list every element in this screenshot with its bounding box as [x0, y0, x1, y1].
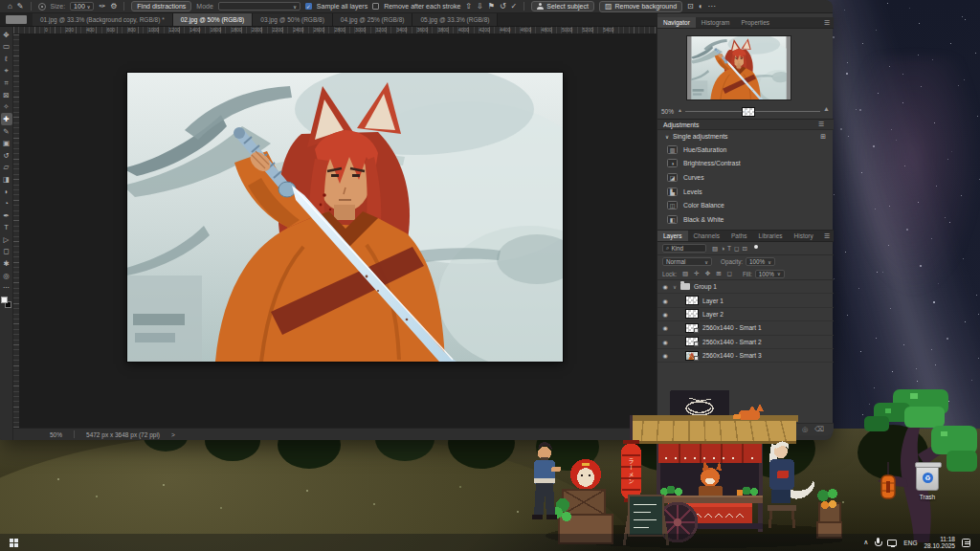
document-tab[interactable]: 03.jpg @ 50% (RGB/8): [253, 13, 333, 26]
gradient-tool-icon[interactable]: ◨: [1, 173, 12, 186]
adjustment-item[interactable]: ▙Levels: [657, 185, 834, 199]
foreground-color-swatch[interactable]: [1, 297, 8, 303]
zoom-in-mountain-icon[interactable]: ▲: [823, 105, 830, 112]
marquee-tool-icon[interactable]: ▭: [1, 41, 12, 54]
notification-center-icon[interactable]: [962, 539, 970, 547]
microphone-icon[interactable]: [875, 538, 880, 547]
remove-after-stroke-checkbox[interactable]: [372, 3, 379, 10]
document-tab[interactable]: 04.jpg @ 25% (RGB/8): [333, 13, 413, 26]
document-image[interactable]: [127, 73, 563, 362]
flag-icon[interactable]: ⚑: [488, 3, 495, 11]
status-zoom[interactable]: 50%: [50, 431, 62, 438]
dodge-tool-icon[interactable]: ◔: [1, 197, 12, 209]
lock-pixels-icon[interactable]: ✛: [694, 270, 699, 277]
commit-check-icon[interactable]: ✓: [511, 3, 518, 11]
document-tab[interactable]: 02.jpg @ 50% (RGB/8): [173, 13, 254, 26]
layer-thumbnail[interactable]: [685, 296, 699, 305]
visibility-eye-icon[interactable]: ◉: [661, 311, 669, 318]
select-subject-button[interactable]: Select subject: [531, 1, 594, 11]
color-swatches[interactable]: [1, 297, 12, 310]
start-button[interactable]: [10, 539, 18, 547]
more-options-icon[interactable]: ⋯: [708, 3, 716, 11]
visibility-eye-icon[interactable]: ◉: [661, 339, 669, 345]
layer-thumbnail[interactable]: [685, 351, 699, 361]
layer-search-input[interactable]: ⌕Kind: [662, 244, 706, 253]
language-indicator[interactable]: ENG: [903, 540, 917, 546]
filter-adjustment-icon[interactable]: ◑: [721, 245, 724, 252]
crop-tool-icon[interactable]: ⌗: [1, 77, 12, 89]
adjustment-item[interactable]: ◫Color Balance: [657, 198, 834, 212]
navigator-zoom-slider[interactable]: ▲ ▲ ▲: [678, 106, 830, 116]
layer-row[interactable]: ◉2560x1440 - Smart 3: [657, 349, 834, 363]
navigator-thumbnail[interactable]: [686, 35, 791, 100]
type-tool-icon[interactable]: T: [1, 222, 12, 234]
brush-size-preview-icon[interactable]: [38, 3, 46, 11]
home-icon[interactable]: ⌂: [8, 3, 12, 11]
reset-icon[interactable]: ↺: [500, 3, 506, 11]
visibility-eye-icon[interactable]: ◉: [661, 352, 669, 359]
pen-tool-icon[interactable]: ✒: [1, 209, 12, 222]
opacity-field[interactable]: 100%∨: [746, 257, 775, 266]
mode-dropdown[interactable]: ∨: [218, 2, 301, 11]
panel-menu-icon[interactable]: ☰: [820, 17, 834, 28]
adjustment-item[interactable]: ◧Black & White: [657, 212, 834, 227]
thumbs-down-icon[interactable]: ⇩: [477, 3, 483, 11]
layer-row[interactable]: ◉Layer 1: [657, 294, 834, 307]
hand-tool-icon[interactable]: ✱: [1, 257, 12, 270]
status-expand-arrow[interactable]: >: [171, 431, 175, 438]
path-selection-tool-icon[interactable]: ▷: [1, 233, 12, 246]
object-selection-tool-icon[interactable]: ⌖: [1, 65, 12, 77]
gear-icon[interactable]: ⚙: [110, 3, 117, 11]
clock[interactable]: 11:18 28.10.2025: [924, 536, 955, 550]
filter-type-icon[interactable]: T: [727, 245, 731, 252]
layer-thumbnail[interactable]: [685, 323, 699, 333]
filter-pixel-icon[interactable]: ▨: [712, 245, 718, 253]
group-chevron-icon[interactable]: ∨: [673, 284, 677, 290]
contrast-icon[interactable]: ◐: [699, 3, 703, 11]
frame-tool-icon[interactable]: ⊠: [1, 89, 12, 101]
lasso-tool-icon[interactable]: ℓ: [1, 53, 12, 65]
adjustment-item[interactable]: ◑Brightness/Contrast: [657, 157, 834, 171]
panel-tab-paths[interactable]: Paths: [725, 231, 753, 241]
tray-chevron-icon[interactable]: ∧: [863, 539, 868, 546]
layer-row[interactable]: ◉Layer 2: [657, 308, 834, 321]
panel-tab-libraries[interactable]: Libraries: [753, 231, 789, 241]
lock-transparency-icon[interactable]: ▨: [682, 270, 688, 277]
sample-all-layers-checkbox[interactable]: ✓: [305, 3, 312, 10]
thumbs-up-icon[interactable]: ⇧: [465, 3, 472, 11]
crop-preview-icon[interactable]: ⊡: [687, 3, 694, 11]
history-brush-tool-icon[interactable]: ↺: [1, 149, 12, 162]
panel-tab-history[interactable]: History: [789, 231, 819, 241]
filter-smart-object-icon[interactable]: ⊡: [742, 245, 746, 253]
brush-settings-icon[interactable]: ✑: [99, 3, 105, 11]
lock-all-icon[interactable]: ◻: [727, 270, 732, 277]
layer-row[interactable]: ◉2560x1440 - Smart 1: [657, 321, 834, 335]
panel-tab-properties[interactable]: Properties: [735, 17, 775, 28]
filter-shape-icon[interactable]: ◻: [734, 245, 739, 253]
zoom-slider-thumb[interactable]: ▲: [742, 107, 755, 117]
trash-shortcut[interactable]: ♻ Trash: [898, 464, 957, 508]
eraser-tool-icon[interactable]: ▱: [1, 162, 12, 174]
panel-menu-icon[interactable]: ☰: [820, 231, 834, 241]
size-dropdown[interactable]: 100∨: [70, 2, 94, 11]
zoom-tool-icon[interactable]: ◎: [1, 270, 12, 282]
move-tool-icon[interactable]: ✥: [1, 29, 12, 41]
panel-tab-channels[interactable]: Channels: [688, 231, 725, 241]
layer-thumbnail[interactable]: [685, 309, 699, 319]
lock-position-icon[interactable]: ✥: [705, 270, 710, 277]
layer-row[interactable]: ◉∨Group 1: [657, 280, 834, 294]
edit-toolbar-icon[interactable]: ⋯: [1, 281, 12, 294]
zoom-out-mountain-icon[interactable]: ▲: [678, 107, 682, 113]
find-distractions-button[interactable]: Find distractions: [131, 1, 191, 11]
visibility-eye-icon[interactable]: ◉: [661, 324, 669, 331]
clone-stamp-tool-icon[interactable]: ▣: [1, 137, 12, 149]
lock-artboard-icon[interactable]: ⊞: [716, 270, 721, 277]
chevron-down-icon[interactable]: ∨: [665, 134, 669, 140]
blend-mode-dropdown[interactable]: Normal∨: [662, 257, 712, 266]
adjustment-item[interactable]: ▥Hue/Saturation: [657, 143, 834, 157]
layer-thumbnail[interactable]: [685, 337, 699, 346]
canvas-pasteboard[interactable]: [20, 34, 657, 428]
document-tab[interactable]: 01.jpg @ 33.3% (Background copy, RGB/8) …: [33, 13, 173, 26]
display-icon[interactable]: [887, 540, 897, 546]
shape-tool-icon[interactable]: ◻: [1, 246, 12, 258]
